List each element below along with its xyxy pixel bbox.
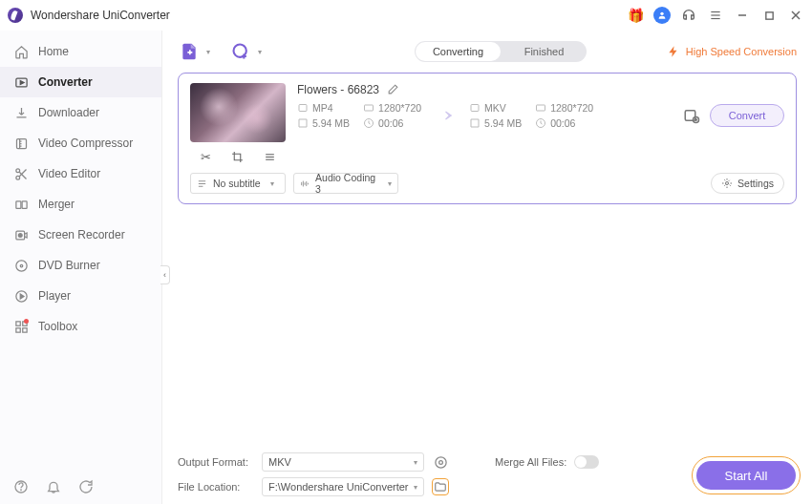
- maximize-button[interactable]: [760, 7, 778, 24]
- support-icon[interactable]: [680, 7, 697, 24]
- svg-rect-33: [299, 105, 307, 112]
- subtitle-icon: [197, 178, 207, 189]
- sidebar-item-dvd[interactable]: DVD Burner: [0, 250, 161, 281]
- sidebar: Home Converter Downloader Video Compress…: [0, 31, 162, 504]
- sidebar-label: Converter: [38, 75, 93, 89]
- sidebar-label: Player: [38, 289, 71, 303]
- sidebar-item-home[interactable]: Home: [0, 36, 161, 67]
- item-settings-button[interactable]: Settings: [711, 173, 784, 194]
- conversion-item: ✂ Flowers - 66823 MP4 1280*720 5: [178, 73, 797, 204]
- gift-icon[interactable]: 🎁: [627, 7, 644, 24]
- high-speed-conversion-toggle[interactable]: High Speed Conversion: [667, 45, 797, 58]
- download-icon: [13, 105, 29, 120]
- tab-segment: Converting Finished: [415, 41, 587, 62]
- app-logo: [8, 8, 23, 23]
- resolution-icon: [363, 102, 374, 114]
- help-icon[interactable]: [13, 479, 29, 494]
- file-name: Flowers - 66823: [297, 83, 379, 96]
- file-icon: [297, 102, 309, 114]
- video-thumbnail[interactable]: [190, 83, 286, 142]
- menu-icon[interactable]: [707, 7, 724, 24]
- play-icon: [13, 288, 29, 304]
- svg-rect-37: [537, 105, 545, 111]
- feedback-icon[interactable]: [78, 479, 94, 494]
- file-icon: [469, 102, 481, 114]
- svg-marker-9: [20, 80, 24, 84]
- open-folder-button[interactable]: [432, 478, 449, 495]
- arrow-icon: [433, 109, 458, 122]
- toolbox-icon: [13, 319, 29, 334]
- size-icon: [297, 117, 309, 129]
- svg-point-12: [15, 176, 19, 179]
- titlebar: Wondershare UniConverter 🎁: [0, 0, 812, 31]
- svg-point-20: [20, 264, 23, 267]
- size-icon: [469, 117, 481, 129]
- output-format-select[interactable]: MKV▾: [262, 452, 424, 472]
- home-icon: [13, 44, 29, 59]
- svg-rect-16: [22, 200, 27, 208]
- sidebar-item-compressor[interactable]: Video Compressor: [0, 128, 161, 158]
- sidebar-item-merger[interactable]: Merger: [0, 189, 161, 220]
- resolution-icon: [535, 102, 546, 114]
- svg-rect-34: [365, 105, 374, 111]
- add-file-caret[interactable]: ▾: [206, 48, 210, 56]
- converter-icon: [13, 74, 29, 90]
- minimize-button[interactable]: [734, 7, 751, 24]
- svg-rect-26: [22, 327, 26, 331]
- add-url-caret[interactable]: ▾: [258, 48, 262, 56]
- convert-button[interactable]: Convert: [710, 104, 784, 127]
- rename-icon[interactable]: [387, 83, 400, 96]
- output-settings-icon[interactable]: [683, 107, 700, 124]
- svg-point-48: [435, 456, 445, 467]
- svg-rect-36: [471, 105, 479, 112]
- add-url-button[interactable]: [229, 40, 252, 63]
- target-format-block: MKV 1280*720 5.94 MB 00:06: [469, 102, 593, 129]
- duration-icon: [363, 117, 374, 129]
- sidebar-label: Merger: [38, 198, 75, 211]
- svg-point-18: [18, 233, 22, 237]
- merge-label: Merge All Files:: [495, 456, 566, 468]
- start-all-highlight: Start All: [692, 456, 801, 494]
- user-avatar[interactable]: [653, 7, 671, 24]
- audio-track-select[interactable]: Audio Coding 3▾: [293, 173, 398, 194]
- sidebar-item-player[interactable]: Player: [0, 281, 161, 311]
- notifications-icon[interactable]: [46, 479, 61, 494]
- tab-converting[interactable]: Converting: [416, 42, 501, 61]
- audio-icon: [300, 178, 310, 189]
- output-format-label: Output Format:: [178, 456, 254, 468]
- sidebar-item-editor[interactable]: Video Editor: [0, 158, 161, 189]
- file-location-select[interactable]: F:\Wondershare UniConverter▾: [262, 477, 424, 496]
- merge-toggle[interactable]: [574, 455, 599, 469]
- add-file-button[interactable]: [178, 40, 201, 63]
- main-panel: ▾ ▾ Converting Finished High Speed Conve…: [162, 31, 812, 504]
- tab-finished[interactable]: Finished: [502, 41, 587, 62]
- sidebar-label: Toolbox: [38, 320, 77, 333]
- sidebar-label: Downloader: [38, 106, 99, 119]
- output-settings-icon[interactable]: [432, 453, 449, 471]
- sidebar-label: Home: [38, 45, 69, 58]
- duration-icon: [535, 117, 546, 129]
- sidebar-item-converter[interactable]: Converter: [0, 67, 161, 97]
- close-button[interactable]: [787, 7, 804, 24]
- trim-tool[interactable]: ✂: [198, 148, 215, 165]
- record-icon: [13, 227, 29, 242]
- svg-point-11: [15, 168, 19, 172]
- source-format-block: MP4 1280*720 5.94 MB 00:06: [297, 102, 421, 129]
- sidebar-label: Video Compressor: [38, 136, 133, 150]
- subtitle-select[interactable]: No subtitle▾: [190, 173, 286, 194]
- notification-dot: [24, 319, 29, 324]
- lightning-icon: [667, 45, 680, 58]
- svg-rect-23: [15, 321, 19, 325]
- svg-point-28: [21, 490, 22, 491]
- svg-point-19: [15, 260, 26, 270]
- sidebar-item-downloader[interactable]: Downloader: [0, 97, 161, 128]
- svg-rect-15: [15, 200, 20, 208]
- svg-rect-5: [765, 11, 772, 18]
- more-tool[interactable]: [261, 148, 278, 165]
- hsc-label: High Speed Conversion: [686, 46, 797, 57]
- file-location-label: File Location:: [178, 481, 254, 493]
- sidebar-item-toolbox[interactable]: Toolbox: [0, 311, 161, 342]
- start-all-button[interactable]: Start All: [696, 461, 796, 490]
- sidebar-item-recorder[interactable]: Screen Recorder: [0, 220, 161, 250]
- crop-tool[interactable]: [229, 148, 246, 165]
